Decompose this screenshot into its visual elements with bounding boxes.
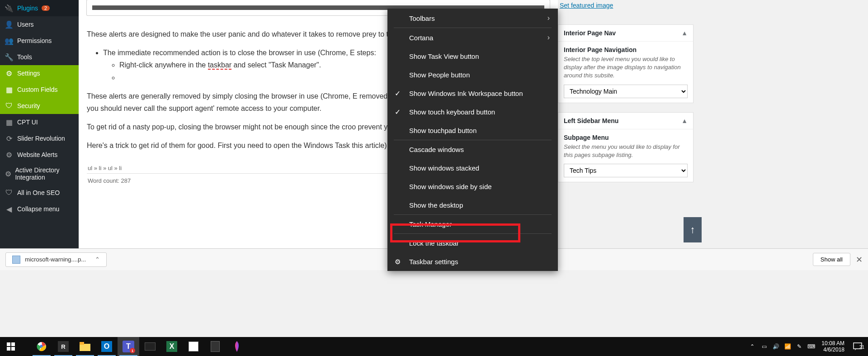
- cm-cascade-windows[interactable]: Cascade windows: [387, 140, 558, 159]
- refresh-icon: ⟳: [5, 134, 14, 143]
- cm-show-desktop[interactable]: Show the desktop: [387, 196, 558, 214]
- panel-header[interactable]: Left Sidebar Menu ▲: [558, 113, 693, 129]
- tray-chevron-up-icon[interactable]: ⌃: [747, 342, 757, 351]
- taskbar-clock[interactable]: 10:08 AM 4/6/2018: [818, 340, 848, 353]
- plugins-badge: 2: [42, 5, 50, 11]
- cm-lock-taskbar[interactable]: Lock the taskbar: [387, 234, 558, 252]
- taskbar-app-r[interactable]: R: [52, 337, 74, 356]
- shield-icon: 🛡: [5, 101, 14, 110]
- sidebar-item-website-alerts[interactable]: ⚙ Website Alerts: [0, 147, 79, 163]
- tray-wifi-icon[interactable]: 📶: [783, 342, 793, 351]
- panel-heading: Interior Page Navigation: [564, 46, 688, 53]
- user-icon: 👤: [5, 20, 14, 29]
- cm-show-people[interactable]: Show People button: [387, 66, 558, 84]
- cm-show-task-view[interactable]: Show Task View button: [387, 47, 558, 66]
- tray-battery-icon[interactable]: ▭: [759, 342, 769, 351]
- cm-task-manager[interactable]: Task Manager: [387, 215, 558, 233]
- show-all-button[interactable]: Show all: [813, 253, 850, 266]
- notification-count: 21: [859, 345, 864, 350]
- taskbar-excel[interactable]: X: [161, 337, 183, 356]
- taskbar-file-explorer[interactable]: [74, 337, 96, 356]
- sidebar-item-tools[interactable]: 🔧 Tools: [0, 49, 79, 65]
- sidebar-item-cpt-ui[interactable]: ▦ CPT UI: [0, 114, 79, 130]
- cm-show-side-by-side[interactable]: Show windows side by side: [387, 177, 558, 196]
- sidebar-item-label: Website Alerts: [17, 151, 57, 158]
- sidebar-item-security[interactable]: 🛡 Security: [0, 98, 79, 114]
- sidebar-item-label: Security: [17, 102, 40, 109]
- check-icon: ✓: [395, 108, 401, 116]
- file-icon: [12, 256, 20, 264]
- word-count: Word count: 287: [88, 177, 131, 184]
- panel-description: Select the top level menu you would like…: [564, 55, 688, 80]
- svg-rect-0: [7, 342, 10, 346]
- sidebar-item-custom-fields[interactable]: ▦ Custom Fields: [0, 81, 79, 98]
- collapse-icon: ◀: [5, 204, 14, 214]
- users-icon: 👥: [5, 36, 14, 45]
- taskbar-teams[interactable]: T1: [118, 337, 139, 356]
- taskbar-terminal[interactable]: [139, 337, 161, 356]
- sidebar-item-label: Users: [17, 21, 34, 28]
- taskbar-app[interactable]: [183, 337, 204, 356]
- panel-toggle-icon[interactable]: ▲: [681, 29, 688, 37]
- cm-show-touch-keyboard[interactable]: ✓Show touch keyboard button: [387, 103, 558, 121]
- download-item[interactable]: microsoft-warning....p... ⌃: [5, 252, 107, 267]
- sidebar-item-label: CPT UI: [17, 119, 38, 126]
- svg-rect-1: [11, 342, 15, 346]
- windows-taskbar[interactable]: R O T1 X ⌃ ▭ 🔊 📶 ✎ ⌨ 10:08 AM 4/6/2018 2…: [0, 337, 868, 356]
- sidebar-item-label: Settings: [17, 70, 40, 77]
- sidebar-item-permissions[interactable]: 👥 Permissions: [0, 33, 79, 49]
- interior-page-nav-panel: Interior Page Nav ▲ Interior Page Naviga…: [558, 24, 693, 103]
- cm-show-touchpad[interactable]: Show touchpad button: [387, 121, 558, 140]
- sliders-icon: ⚙: [5, 69, 14, 78]
- gear-icon: ⚙: [395, 258, 401, 266]
- interior-nav-select[interactable]: Technology Main: [564, 85, 688, 98]
- wrench-icon: 🔧: [5, 52, 14, 62]
- cm-show-ink-workspace[interactable]: ✓Show Windows Ink Workspace button: [387, 84, 558, 103]
- taskbar-date: 4/6/2018: [821, 347, 844, 353]
- sidebar-item-collapse[interactable]: ◀ Collapse menu: [0, 201, 79, 217]
- cm-toolbars[interactable]: Toolbars›: [387, 9, 558, 28]
- cm-taskbar-settings[interactable]: ⚙Taskbar settings: [387, 252, 558, 271]
- tray-keyboard-icon[interactable]: ⌨: [806, 342, 816, 351]
- sidebar-item-plugins[interactable]: 🔌 Plugins 2: [0, 0, 79, 16]
- svg-rect-7: [80, 342, 84, 345]
- sidebar-item-slider-revolution[interactable]: ⟳ Slider Revolution: [0, 130, 79, 147]
- sidebar-item-all-in-one-seo[interactable]: 🛡 All in One SEO: [0, 185, 79, 201]
- meta-boxes: Set featured image Interior Page Nav ▲ I…: [558, 0, 693, 248]
- sidebar-item-label: Tools: [17, 53, 32, 61]
- chevron-up-icon[interactable]: ⌃: [95, 256, 100, 263]
- sidebar-item-users[interactable]: 👤 Users: [0, 16, 79, 33]
- sidebar-item-label: Permissions: [17, 37, 52, 44]
- download-filename: microsoft-warning....p...: [25, 256, 86, 263]
- sidebar-item-settings[interactable]: ⚙ Settings: [0, 65, 79, 81]
- cm-show-stacked[interactable]: Show windows stacked: [387, 159, 558, 177]
- plug-icon: 🔌: [5, 4, 14, 13]
- set-featured-image-link[interactable]: Set featured image: [558, 0, 615, 11]
- close-icon[interactable]: ✕: [856, 255, 863, 265]
- start-button[interactable]: [0, 337, 22, 356]
- sidebar-item-active-directory[interactable]: ⚙ Active Directory Integration: [0, 163, 79, 185]
- sidebar-item-label: Slider Revolution: [17, 135, 65, 142]
- action-center-button[interactable]: 21: [850, 342, 865, 351]
- svg-rect-3: [11, 347, 15, 351]
- taskbar-outlook[interactable]: O: [96, 337, 118, 356]
- panel-header[interactable]: Interior Page Nav ▲: [558, 25, 693, 42]
- tray-volume-icon[interactable]: 🔊: [771, 342, 781, 351]
- taskbar-chrome[interactable]: [31, 337, 52, 356]
- gear-icon: ⚙: [5, 169, 12, 178]
- sidebar-item-label: Active Directory Integration: [15, 166, 74, 181]
- check-icon: ✓: [395, 89, 401, 98]
- cm-cortana[interactable]: Cortana›: [387, 28, 558, 47]
- panel-toggle-icon[interactable]: ▲: [681, 117, 688, 124]
- taskbar-calculator[interactable]: [204, 337, 226, 356]
- scroll-to-top-button[interactable]: ↑: [684, 217, 702, 242]
- tray-ink-icon[interactable]: ✎: [794, 342, 804, 351]
- left-sidebar-menu-panel: Left Sidebar Menu ▲ Subpage Menu Select …: [558, 112, 693, 182]
- taskbar-paint3d[interactable]: [226, 337, 248, 356]
- fields-icon: ▦: [5, 85, 14, 94]
- subpage-menu-select[interactable]: Tech Tips: [564, 164, 688, 177]
- svg-rect-2: [7, 347, 10, 351]
- sidebar-item-label: Plugins: [17, 5, 38, 12]
- sidebar-item-label: All in One SEO: [17, 189, 60, 196]
- wp-admin-sidebar: 🔌 Plugins 2 👤 Users 👥 Permissions 🔧 Tool…: [0, 0, 79, 248]
